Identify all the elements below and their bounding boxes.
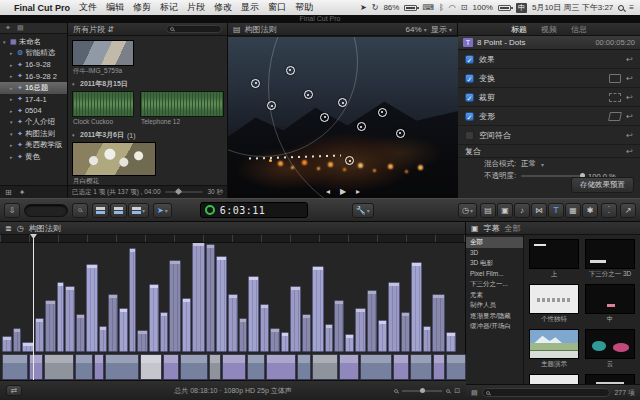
wifi-icon[interactable]: ◠: [449, 3, 456, 12]
reset-icon[interactable]: ↩: [626, 147, 633, 156]
storyline-clip[interactable]: [393, 354, 409, 380]
timeline-clip[interactable]: [345, 334, 354, 352]
distort-icon[interactable]: [608, 112, 622, 121]
timeline-clip[interactable]: [129, 248, 136, 352]
title-item[interactable]: [529, 374, 579, 384]
zoom-popup[interactable]: 64% ▾: [405, 25, 426, 34]
disclosure-icon[interactable]: ▸: [10, 154, 15, 160]
sidebar-item[interactable]: ▸✦黄色: [0, 151, 67, 163]
share-button[interactable]: ↗: [620, 203, 636, 218]
photos-browser-icon[interactable]: ▣: [497, 203, 513, 218]
titles-category[interactable]: 全部: [466, 237, 523, 248]
timeline-appearance-button[interactable]: ⁚: [601, 203, 617, 218]
timeline-clip[interactable]: [119, 308, 128, 352]
camera-import-well[interactable]: [24, 204, 68, 217]
timeline-clip[interactable]: [378, 320, 387, 352]
timeline-clip[interactable]: [290, 286, 301, 352]
timeline-clip[interactable]: [401, 312, 410, 352]
photos-icon[interactable]: ▣: [471, 224, 479, 233]
titles-browser-icon[interactable]: T: [548, 203, 564, 218]
storyline-clip[interactable]: [209, 354, 221, 380]
storyline-clip[interactable]: [140, 354, 162, 380]
menu-list-icon[interactable]: ≡: [629, 3, 634, 12]
append-clip-button[interactable]: ▾: [128, 203, 149, 218]
filmstrip-duration-slider[interactable]: [165, 191, 204, 193]
disclosure-icon[interactable]: ▸: [10, 108, 15, 114]
input-method-badge[interactable]: 中: [516, 3, 527, 13]
timeline-clip[interactable]: [446, 332, 456, 352]
reset-icon[interactable]: ↩: [626, 93, 633, 102]
reset-icon[interactable]: ↩: [626, 74, 633, 83]
clips-browser-icon[interactable]: ▤: [480, 203, 496, 218]
timeline-clip[interactable]: [432, 294, 445, 352]
timeline-lanes[interactable]: [0, 243, 466, 380]
themes-browser-icon[interactable]: ✱: [582, 203, 598, 218]
reset-icon[interactable]: ↩: [626, 112, 633, 121]
tab-视频[interactable]: 视频: [541, 24, 557, 35]
timeline-clip[interactable]: [169, 260, 181, 352]
timeline-clip[interactable]: [248, 276, 259, 352]
timeline-clip[interactable]: [423, 326, 431, 352]
disclosure-icon[interactable]: ▸: [10, 62, 15, 68]
storyline-clip[interactable]: [75, 354, 93, 380]
zoom-in-icon[interactable]: [446, 389, 450, 393]
titles-scope[interactable]: 全部: [505, 223, 521, 234]
titles-category[interactable]: 逐渐显示/隐藏: [466, 311, 523, 322]
timeline-clip[interactable]: [411, 262, 422, 352]
disclosure-icon[interactable]: ▾: [3, 39, 8, 45]
save-effects-preset-button[interactable]: 存储效果预置: [571, 177, 634, 193]
storyline-clip[interactable]: [44, 354, 74, 380]
next-frame-button[interactable]: ▸: [356, 187, 360, 196]
storyline-clip[interactable]: [297, 354, 311, 380]
sidebar-item[interactable]: ▸⚙智能精选: [0, 48, 67, 60]
timeline-clip[interactable]: [239, 318, 247, 352]
title-item[interactable]: 云: [585, 329, 635, 369]
enable-checkbox[interactable]: ✓: [465, 74, 474, 83]
tracking-marker[interactable]: [378, 108, 387, 117]
titles-category[interactable]: 制作人员: [466, 300, 523, 311]
insert-clip-button[interactable]: [110, 203, 127, 218]
select-tool-button[interactable]: ➤▾: [153, 203, 172, 218]
timeline-clip[interactable]: [334, 300, 344, 352]
import-button[interactable]: ⇩: [4, 203, 20, 218]
title-thumbnail[interactable]: [529, 239, 579, 269]
view-popup[interactable]: 显示 ▾: [431, 24, 452, 35]
connect-clip-button[interactable]: [92, 203, 109, 218]
menu-item[interactable]: 修改: [214, 1, 232, 14]
timeline-clip[interactable]: [260, 304, 269, 352]
storyline-clip[interactable]: [312, 354, 338, 380]
enable-checkbox[interactable]: [465, 131, 474, 140]
title-item[interactable]: 下三分之一 3D: [585, 239, 635, 279]
menu-item[interactable]: 窗口: [268, 1, 286, 14]
timeline-clip[interactable]: [160, 312, 168, 352]
enable-checkbox[interactable]: ✓: [465, 55, 474, 64]
app-menu[interactable]: Final Cut Pro: [14, 3, 70, 13]
title-item[interactable]: 中: [585, 284, 635, 324]
keyboard-icon[interactable]: ⌨: [422, 3, 434, 12]
disclosure-icon[interactable]: ▸: [10, 50, 15, 56]
display-icon[interactable]: ⊡: [461, 3, 468, 12]
title-thumbnail[interactable]: [585, 374, 635, 384]
prev-frame-button[interactable]: ◂: [326, 187, 330, 196]
enable-checkbox[interactable]: ✓: [465, 112, 474, 121]
viewer-canvas[interactable]: ◂ ▶ ▸: [228, 37, 458, 198]
sidebar-item[interactable]: ▾✦个人介绍: [0, 117, 67, 129]
dashboard[interactable]: 6:03:11: [200, 202, 308, 218]
title-thumbnail[interactable]: [585, 239, 635, 269]
timeline-clip[interactable]: [216, 256, 227, 352]
timeline-clip[interactable]: [388, 282, 400, 352]
date-group-header[interactable]: ▾ 2011年3月6日 (1): [72, 130, 223, 140]
storyline-clip[interactable]: [105, 354, 139, 380]
timeline-clip[interactable]: [182, 298, 191, 352]
titles-search-input[interactable]: [482, 388, 611, 397]
timeline-clip[interactable]: [355, 308, 366, 352]
disclosure-icon[interactable]: ▸: [10, 73, 15, 79]
tracking-marker[interactable]: [320, 113, 329, 122]
title-item[interactable]: [585, 374, 635, 384]
titles-category[interactable]: 缓冲器/开场白: [466, 321, 523, 332]
video-clip-thumbnail[interactable]: [72, 40, 134, 66]
playhead[interactable]: [33, 235, 34, 380]
tab-信息[interactable]: 信息: [571, 24, 587, 35]
storyline-clip[interactable]: [180, 354, 208, 380]
reset-icon[interactable]: ↩: [626, 55, 633, 64]
